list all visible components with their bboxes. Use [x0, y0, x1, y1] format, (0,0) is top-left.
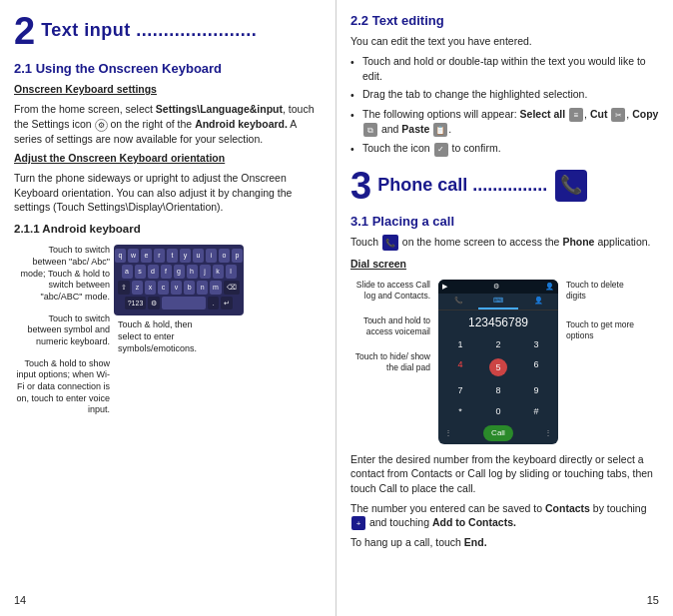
dial-bottom: ⋮ Call ⋮ [438, 422, 558, 443]
bullet-2: • Drag the tab to change the highlighted… [350, 87, 659, 103]
placing-call-text: Touch 📞 on the home screen to access the… [350, 235, 659, 251]
annotation-2: Touch to switch between symbol and numer… [14, 313, 114, 348]
subsection-2-1-1: 2.1.1 Android keyboard [14, 221, 322, 237]
page-number-left: 14 [14, 593, 26, 608]
dial-ann-slide: Slide to access Call log and Contacts. [350, 280, 430, 302]
text-editing-intro: You can edit the text you have entered. [350, 34, 659, 49]
section-3-1-title: 3.1 Placing a call [350, 213, 659, 231]
dial-top-bar: ▶⚙👤 [438, 280, 558, 294]
dial-screen: ▶⚙👤 📞 ⌨ 👤 123456789 1 2 3 4 5 6 7 8 9 * [438, 280, 558, 443]
left-page: 2 Text input ...................... 2.1 … [0, 0, 336, 616]
annotation-right: Touch & hold, then select to enter symbo… [118, 319, 198, 354]
dial-tab-contacts: 👤 [518, 294, 558, 309]
dial-key-hash: # [518, 402, 554, 421]
chapter-2-header: 2 Text input ...................... [14, 12, 322, 50]
dial-grid: 1 2 3 4 5 6 7 8 9 * 0 # [438, 333, 558, 423]
chapter-2-number: 2 [14, 12, 35, 50]
section-2-1-title: 2.1 Using the Onscreen Keyboard [14, 60, 322, 78]
keyboard-image-area: qwertyuiop asdfghjkl ⇧zxcvbnm⌫ ?123⚙ .↵ … [114, 245, 322, 426]
annotation-1: Touch to switch between "abc/ Abc" mode;… [14, 245, 114, 303]
dial-tab-active: ⌨ [478, 294, 518, 309]
call-button: Call [483, 425, 513, 440]
page-number-right: 15 [647, 593, 659, 608]
phone-icon: 📞 [555, 170, 587, 202]
dial-key-4: 4 [442, 355, 478, 379]
chapter-3-number: 3 [350, 167, 371, 205]
hangup-text: To hang up a call, touch End. [350, 535, 659, 550]
dial-key-3: 3 [518, 335, 554, 354]
dial-tabs: 📞 ⌨ 👤 [438, 294, 558, 310]
dial-number-display: 123456789 [438, 310, 558, 333]
chapter-2-title: Text input ...................... [41, 18, 257, 43]
dial-key-9: 9 [518, 381, 554, 400]
dial-key-7: 7 [442, 381, 478, 400]
enter-text: Enter the desired number from the keyboa… [350, 452, 659, 496]
dial-ann-more: Touch to get more options [566, 319, 636, 341]
keyboard-section: Touch to switch between "abc/ Abc" mode;… [14, 245, 322, 426]
bullet-3: • The following options will appear: Sel… [350, 107, 659, 137]
dial-ann-voicemail: Touch and hold to access voicemail [350, 315, 430, 337]
dial-annotations-left: Slide to access Call log and Contacts. T… [350, 280, 430, 443]
annotation-3: Touch & hold to show input options; when… [14, 358, 114, 416]
keyboard-annotations-left: Touch to switch between "abc/ Abc" mode;… [14, 245, 114, 426]
right-page: 2.2 Text editing You can edit the text y… [336, 0, 673, 616]
dial-tab-phone: 📞 [438, 294, 478, 309]
dial-key-8: 8 [480, 381, 516, 400]
dial-key-0: 0 [480, 402, 516, 421]
dial-key-star: * [442, 402, 478, 421]
chapter-3-header: 3 Phone call ............... 📞 [350, 167, 659, 205]
save-text: The number you entered can be saved to C… [350, 501, 659, 531]
dial-key-1: 1 [442, 335, 478, 354]
dial-annotations-right: Touch to delete digits Touch to get more… [566, 280, 636, 443]
section-2-2-title: 2.2 Text editing [350, 12, 659, 30]
bullet-1: • Touch and hold or double-tap within th… [350, 54, 659, 83]
dial-key-2: 2 [480, 335, 516, 354]
dial-area: Slide to access Call log and Contacts. T… [350, 280, 659, 443]
keyboard-mock: qwertyuiop asdfghjkl ⇧zxcvbnm⌫ ?123⚙ .↵ [114, 245, 244, 315]
adjust-title: Adjust the Onscreen Keyboard orientation [14, 151, 322, 166]
dial-screen-title: Dial screen [350, 257, 659, 272]
onscreen-settings-title: Onscreen Keyboard settings [14, 82, 322, 97]
dial-ann-delete: Touch to delete digits [566, 280, 636, 302]
onscreen-settings-text: From the home screen, select Settings\La… [14, 102, 322, 146]
dial-key-6: 6 [518, 355, 554, 379]
adjust-text: Turn the phone sideways or upright to ad… [14, 171, 322, 215]
dial-key-5: 5 [480, 355, 516, 379]
dial-ann-hide: Touch to hide/ show the dial pad [350, 351, 430, 373]
bullet-4: • Touch the icon ✓ to confirm. [350, 141, 659, 157]
chapter-3-title: Phone call ............... [377, 173, 547, 198]
